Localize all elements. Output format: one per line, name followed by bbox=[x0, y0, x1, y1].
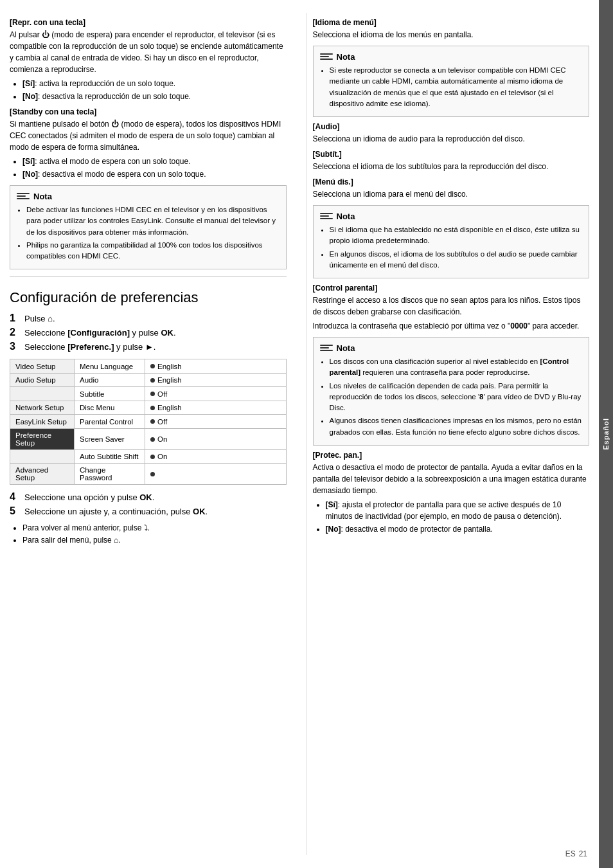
section1-heading: [Repr. con una tecla] bbox=[10, 18, 287, 27]
section1-bullets: [Sí]: activa la reproducción de un solo … bbox=[22, 78, 287, 102]
menu-cell: Video Setup bbox=[10, 359, 75, 374]
note1-list: Debe activar las funciones HDMI CEC en e… bbox=[26, 204, 280, 262]
divider bbox=[10, 276, 287, 276]
setup-table: Video Setup Menu Language English Audio … bbox=[10, 359, 287, 485]
list-item: [Sí]: activa el modo de espera con un so… bbox=[22, 156, 287, 167]
item-cell: Subtitle bbox=[75, 387, 145, 401]
list-item: Para volver al menú anterior, pulse ⤵. bbox=[22, 522, 287, 534]
item-cell: Menu Language bbox=[75, 359, 145, 374]
item-cell: Screen Saver bbox=[75, 428, 145, 449]
list-item: [No]: desactiva el modo de protector de … bbox=[326, 523, 590, 535]
footer-lang: ES bbox=[565, 849, 576, 858]
note-title-3: Nota bbox=[337, 343, 355, 353]
sidebar-tab: Español bbox=[599, 0, 613, 868]
item-cell: Disc Menu bbox=[75, 401, 145, 415]
table-row: Network Setup Disc Menu English bbox=[10, 401, 287, 415]
section-idioma-p: Selecciona el idioma de los menús en pan… bbox=[313, 29, 590, 41]
note-title-2: Nota bbox=[337, 212, 355, 221]
steps-list-2: 4 Seleccione una opción y pulse OK. 5 Se… bbox=[10, 491, 287, 517]
item-cell: Audio bbox=[75, 373, 145, 387]
footer-page: 21 bbox=[579, 849, 587, 858]
note-icon-idioma bbox=[320, 51, 333, 62]
menu-cell: Audio Setup bbox=[10, 373, 75, 387]
section-protec-p1: Activa o desactiva el modo de protector … bbox=[313, 462, 590, 496]
step1-text: Pulse ⌂. bbox=[24, 314, 55, 323]
table-row: Subtitle Off bbox=[10, 387, 287, 401]
value-cell: Off bbox=[145, 387, 287, 401]
list-item: Debe activar las funciones HDMI CEC en e… bbox=[26, 204, 280, 238]
section-menudis-p: Selecciona un idioma para el menú del di… bbox=[313, 188, 590, 200]
steps-list: 1 Pulse ⌂. 2 Seleccione [Configuración] … bbox=[10, 312, 287, 352]
step5-text: Seleccione un ajuste y, a continuación, … bbox=[24, 507, 208, 516]
step-3: 3 Seleccione [Preferenc.] y pulse ►. bbox=[10, 341, 287, 352]
section-control-heading: [Control parental] bbox=[313, 284, 590, 293]
note-header-2: Nota bbox=[320, 211, 583, 221]
step2-text: Seleccione [Configuración] y pulse OK. bbox=[24, 328, 176, 338]
main-content: [Repr. con una tecla] Al pulsar ⏻ (modo … bbox=[0, 0, 599, 868]
section2-p1: Si mantiene pulsado el botón ⏻ (modo de … bbox=[10, 118, 287, 153]
value-cell: English bbox=[145, 373, 287, 387]
section-control-p2: Introduzca la contraseña que estableció … bbox=[313, 320, 590, 332]
page-footer: ES 21 bbox=[565, 849, 587, 858]
value-cell bbox=[145, 464, 287, 485]
list-item: [Sí]: activa la reproducción de un solo … bbox=[22, 78, 287, 89]
list-item: [Sí]: ajusta el protector de pantalla pa… bbox=[326, 499, 590, 522]
list-item: [No]: desactiva el modo de espera con un… bbox=[22, 168, 287, 180]
section-audio-p: Selecciona un idioma de audio para la re… bbox=[313, 133, 590, 145]
item-cell: Auto Subtitle Shift bbox=[75, 449, 145, 464]
value-cell: On bbox=[145, 428, 287, 449]
note-box-2: Nota Si el idioma que ha establecido no … bbox=[313, 205, 590, 278]
list-item: Para salir del menú, pulse ⌂. bbox=[22, 534, 287, 547]
value-cell: Off bbox=[145, 415, 287, 429]
main-heading: Configuración de preferencias bbox=[10, 289, 287, 306]
menu-cell: EasyLink Setup bbox=[10, 415, 75, 429]
step5-bullets: Para volver al menú anterior, pulse ⤵. P… bbox=[22, 522, 287, 547]
section-subtit-p: Selecciona el idioma de los subtítulos p… bbox=[313, 161, 590, 172]
section-control-p1: Restringe el acceso a los discos que no … bbox=[313, 294, 590, 318]
section-idioma-heading: [Idioma de menú] bbox=[313, 18, 590, 27]
section-menudis-heading: [Menú dis.] bbox=[313, 177, 590, 186]
step-1: 1 Pulse ⌂. bbox=[10, 312, 287, 324]
list-item: Los niveles de calificación dependen de … bbox=[330, 381, 583, 414]
list-item: Philips no garantiza la compatibilidad a… bbox=[26, 240, 280, 262]
note-icon-3 bbox=[320, 343, 333, 353]
note-header-1: Nota bbox=[17, 191, 280, 201]
list-item: [No]: desactiva la reproducción de un so… bbox=[22, 91, 287, 102]
note-idioma-list: Si este reproductor se conecta a un tele… bbox=[330, 65, 583, 109]
menu-cell-highlighted: Preference Setup bbox=[10, 428, 75, 449]
menu-cell: Network Setup bbox=[10, 401, 75, 415]
menu-cell bbox=[10, 449, 75, 464]
step3-text: Seleccione [Preferenc.] y pulse ►. bbox=[24, 342, 155, 352]
step-4: 4 Seleccione una opción y pulse OK. bbox=[10, 491, 287, 503]
section1-p1: Al pulsar ⏻ (modo de espera) para encend… bbox=[10, 29, 287, 75]
step-5: 5 Seleccione un ajuste y, a continuación… bbox=[10, 505, 287, 517]
list-item: Si este reproductor se conecta a un tele… bbox=[330, 65, 583, 109]
table-row-highlighted: Preference Setup Screen Saver On bbox=[10, 428, 287, 449]
table-row: Audio Setup Audio English bbox=[10, 373, 287, 387]
list-item: Los discos con una clasificación superio… bbox=[330, 356, 583, 379]
sidebar-label: Español bbox=[602, 418, 610, 450]
note-box-idioma: Nota Si este reproductor se conecta a un… bbox=[313, 46, 590, 117]
item-cell: Change Password bbox=[75, 464, 145, 485]
note-box-1: Nota Debe activar las funciones HDMI CEC… bbox=[10, 185, 287, 269]
step4-text: Seleccione una opción y pulse OK. bbox=[24, 493, 154, 502]
note-icon-1 bbox=[17, 191, 30, 201]
value-cell: English bbox=[145, 359, 287, 374]
page-container: [Repr. con una tecla] Al pulsar ⏻ (modo … bbox=[0, 0, 613, 868]
table-row: Advanced Setup Change Password bbox=[10, 464, 287, 485]
value-cell: English bbox=[145, 401, 287, 415]
note3-list: Los discos con una clasificación superio… bbox=[330, 356, 583, 438]
note-header-idioma: Nota bbox=[320, 51, 583, 62]
menu-cell bbox=[10, 387, 75, 401]
step-2: 2 Seleccione [Configuración] y pulse OK. bbox=[10, 327, 287, 338]
menu-cell: Advanced Setup bbox=[10, 464, 75, 485]
note-icon-2 bbox=[320, 211, 333, 221]
note-title-1: Nota bbox=[33, 192, 52, 201]
list-item: Algunos discos tienen clasificaciones im… bbox=[330, 415, 583, 438]
right-column: [Idioma de menú] Selecciona el idioma de… bbox=[306, 13, 590, 855]
section-audio-heading: [Audio] bbox=[313, 122, 590, 131]
table-row: Video Setup Menu Language English bbox=[10, 359, 287, 374]
note-box-3: Nota Los discos con una clasificación su… bbox=[313, 337, 590, 446]
table-row: Auto Subtitle Shift On bbox=[10, 449, 287, 464]
value-cell: On bbox=[145, 449, 287, 464]
